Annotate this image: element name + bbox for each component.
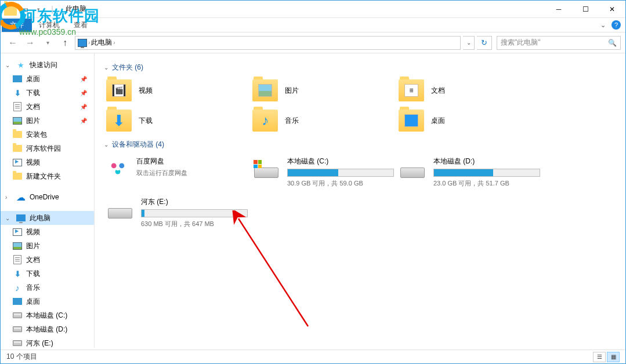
nav-quick-item[interactable]: 桌面 📌 [1, 72, 94, 86]
folder-icon: 🎬 [106, 79, 132, 101]
nav-label: 文档 [26, 102, 40, 112]
pic-icon [12, 116, 23, 125]
drive-usage-bar [287, 169, 394, 177]
breadcrumb[interactable]: › 此电脑 › [75, 36, 461, 50]
dl-icon [12, 269, 23, 278]
device-sub: 双击运行百度网盘 [136, 169, 248, 177]
nav-label: 此电脑 [30, 213, 50, 223]
nav-pc-item[interactable]: 本地磁盘 (D:) [1, 322, 94, 336]
folder-item[interactable]: ♪ 音乐 [250, 107, 396, 134]
tab-computer[interactable]: 计算机 [32, 19, 67, 32]
drive-sub: 30.9 GB 可用，共 59.0 GB [287, 179, 394, 188]
chevron-down-icon[interactable]: ⌄ [104, 64, 108, 71]
view-tiles-button[interactable]: ▦ [607, 352, 620, 362]
nav-label: 文档 [26, 255, 40, 265]
maximize-button[interactable]: ☐ [572, 1, 599, 17]
folder-label: 桌面 [431, 116, 445, 126]
pin-icon: 📌 [80, 76, 87, 82]
nav-this-pc[interactable]: ⌄ 此电脑 [1, 211, 94, 225]
folder-item[interactable]: 图片 [250, 77, 396, 104]
folder-icon [252, 79, 278, 101]
qat-dropdown-icon[interactable]: ▾ [32, 3, 45, 16]
drive-item[interactable]: 本地磁盘 (C:) 30.9 GB 可用，共 59.0 GB [250, 154, 396, 190]
chevron-right-icon[interactable]: › [88, 39, 90, 46]
refresh-button[interactable]: ↻ [477, 36, 492, 50]
nav-label: OneDrive [30, 193, 59, 201]
breadcrumb-history-dropdown[interactable]: ⌄ [463, 36, 475, 50]
drive-sub: 23.0 GB 可用，共 51.7 GB [433, 179, 540, 188]
folder-item[interactable]: 桌面 [396, 107, 542, 134]
navigation-pane: ⌄ 快速访问 桌面 📌 下载 📌 文档 📌 图片 📌 安装包 河东软件园 视频 … [1, 53, 95, 348]
nav-onedrive[interactable]: › OneDrive [1, 190, 94, 204]
baidu-icon [106, 156, 129, 180]
status-bar: 10 个项目 ☰ ▦ [1, 350, 625, 363]
caret-icon[interactable]: ⌄ [5, 215, 12, 221]
device-baidu[interactable]: 百度网盘 双击运行百度网盘 [104, 154, 250, 190]
nav-pc-item[interactable]: 河东 (E:) [1, 336, 94, 348]
separator: | [46, 3, 59, 16]
drive-item[interactable]: 本地磁盘 (D:) 23.0 GB 可用，共 51.7 GB [396, 154, 542, 190]
folder-item[interactable]: ⬇ 下载 [104, 107, 250, 134]
nav-label: 下载 [26, 269, 40, 279]
search-placeholder: 搜索"此电脑" [501, 38, 541, 48]
tab-file[interactable]: 文件 [2, 19, 32, 32]
close-button[interactable]: ✕ [599, 1, 625, 17]
nav-label: 新建文件夹 [26, 172, 61, 181]
caret-icon[interactable]: › [5, 194, 12, 201]
recent-dropdown[interactable]: ▾ [40, 35, 55, 50]
nav-pc-item[interactable]: 音乐 [1, 281, 94, 294]
search-input[interactable]: 搜索"此电脑" 🔍 [497, 36, 621, 50]
group-devices-header[interactable]: ⌄ 设备和驱动器 (4) [104, 140, 616, 150]
caret-icon[interactable]: ⌄ [5, 62, 12, 68]
nav-pc-item[interactable]: 文档 [1, 253, 94, 267]
nav-quick-item[interactable]: 河东软件园 [1, 141, 94, 155]
folder-item[interactable]: ≡ 文档 [396, 77, 542, 104]
doc-icon [12, 102, 23, 111]
nav-label: 快速访问 [30, 60, 57, 70]
properties-icon[interactable]: ▭ [18, 3, 31, 16]
nav-quick-item[interactable]: 视频 [1, 155, 94, 169]
svg-point-1 [119, 163, 124, 169]
nav-quick-item[interactable]: 安装包 [1, 128, 94, 141]
doc-icon [12, 255, 23, 264]
view-details-button[interactable]: ☰ [593, 352, 606, 362]
nav-quick-item[interactable]: 新建文件夹 [1, 169, 94, 183]
status-text: 10 个项目 [6, 352, 37, 362]
folder-item[interactable]: 🎬 视频 [104, 77, 250, 104]
folder-icon [399, 110, 424, 132]
search-icon[interactable]: 🔍 [608, 39, 617, 47]
breadcrumb-location[interactable]: 此电脑 [91, 38, 112, 48]
minimize-button[interactable]: ─ [545, 1, 572, 17]
video-icon [12, 227, 23, 236]
drive-icon [106, 197, 134, 221]
nav-pc-item[interactable]: 桌面 [1, 294, 94, 308]
chevron-down-icon[interactable]: ⌄ [104, 141, 108, 148]
nav-pc-item[interactable]: 图片 [1, 239, 94, 253]
help-icon[interactable]: ? [611, 20, 621, 30]
nav-label: 本地磁盘 (C:) [26, 311, 67, 321]
dl-icon [12, 88, 23, 97]
content-pane: ⌄ 文件夹 (6) 🎬 视频 图片 ≡ 文档 ⬇ 下载 ♪ 音乐 桌面 ⌄ 设备… [95, 53, 625, 348]
back-button[interactable]: ← [5, 35, 20, 50]
nav-quick-item[interactable]: 图片 📌 [1, 114, 94, 128]
nav-quick-item[interactable]: 下载 📌 [1, 86, 94, 100]
ribbon-expand-icon[interactable]: ⌄ [600, 21, 606, 29]
quick-access-toolbar: ▭ ▾ | [1, 3, 59, 16]
star-icon [16, 60, 26, 70]
nav-quick-access[interactable]: ⌄ 快速访问 [1, 58, 94, 72]
chevron-right-icon[interactable]: › [113, 39, 115, 46]
folder-label: 视频 [139, 86, 153, 96]
nav-label: 视频 [26, 227, 40, 237]
nav-pc-item[interactable]: 下载 [1, 267, 94, 281]
drive-icon [12, 311, 23, 320]
nav-quick-item[interactable]: 文档 📌 [1, 100, 94, 114]
nav-pc-item[interactable]: 本地磁盘 (C:) [1, 308, 94, 322]
desktop-icon [12, 297, 23, 306]
drive-icon [12, 338, 23, 348]
up-button[interactable]: ↑ [57, 35, 73, 50]
drive-item[interactable]: 河东 (E:) 630 MB 可用，共 647 MB [104, 195, 250, 231]
nav-pc-item[interactable]: 视频 [1, 225, 94, 239]
group-folders-header[interactable]: ⌄ 文件夹 (6) [104, 63, 616, 72]
folder-icon [12, 130, 23, 139]
tab-view[interactable]: 查看 [67, 19, 95, 32]
